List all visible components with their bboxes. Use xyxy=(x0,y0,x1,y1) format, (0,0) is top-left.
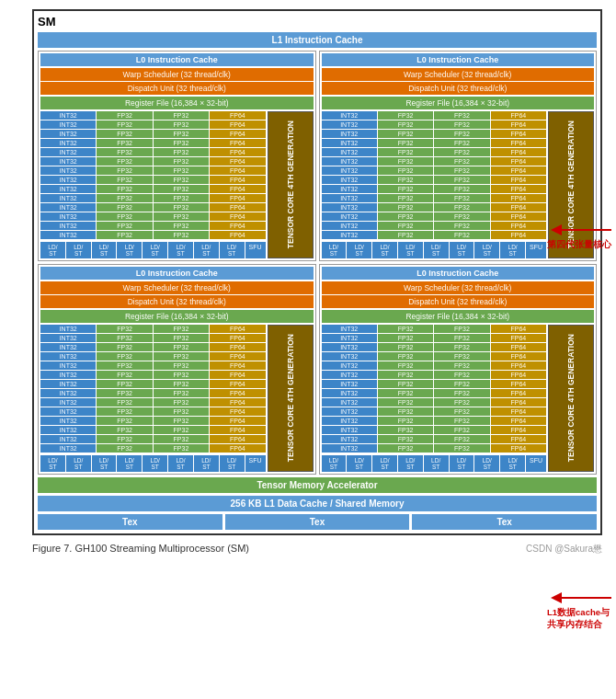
annotation-l1-cache: L1数据cache与 共享内存结合 xyxy=(547,589,616,631)
tex-unit-1: Tex xyxy=(38,514,222,530)
l0-cache-br: L0 Instruction Cache xyxy=(322,267,595,280)
diagram-wrapper: SM L1 Instruction Cache L0 Instruction C… xyxy=(9,9,616,556)
l0-cache-tl: L0 Instruction Cache xyxy=(40,53,314,66)
register-file-tr: Register File (16,384 × 32-bit) xyxy=(322,97,595,109)
compute-area-tl: INT32FP32FP32FP64 INT32FP32FP32FP64 INT3… xyxy=(40,111,314,258)
tensor-core-bl: TENSOR CORE 4TH GENERATION xyxy=(268,325,314,472)
annotation-text-1: 第四代张量核心 xyxy=(547,239,611,251)
int-fp-bl: INT32FP32FP32FP64 INT32FP32FP32FP64 INT3… xyxy=(40,325,266,472)
tensor-memory-accelerator: Tensor Memory Accelerator xyxy=(38,477,597,493)
bottom-row: L0 Instruction Cache Warp Scheduler (32 … xyxy=(38,264,597,475)
dispatch-unit-br: Dispatch Unit (32 thread/clk) xyxy=(322,295,595,308)
figure-caption-text: Figure 7. GH100 Streaming Multiprocessor… xyxy=(32,543,249,556)
l1-instruction-cache: L1 Instruction Cache xyxy=(38,32,597,48)
annotation-text-2b: 共享内存结合 xyxy=(547,619,602,631)
sm-container: SM L1 Instruction Cache L0 Instruction C… xyxy=(32,9,602,535)
quadrant-bottom-right: L0 Instruction Cache Warp Scheduler (32 … xyxy=(319,264,598,475)
arrow-tensor-icon xyxy=(547,221,616,239)
tensor-core-br: TENSOR CORE 4TH GENERATION xyxy=(548,325,594,472)
register-file-tl: Register File (16,384 × 32-bit) xyxy=(40,97,314,109)
dispatch-unit-tl: Dispatch Unit (32 thread/clk) xyxy=(40,82,314,95)
tex-unit-2: Tex xyxy=(225,514,410,530)
compute-area-bl: INT32FP32FP32FP64 INT32FP32FP32FP64 INT3… xyxy=(40,325,314,472)
dispatch-unit-bl: Dispatch Unit (32 thread/clk) xyxy=(40,295,314,308)
figure-caption-row: Figure 7. GH100 Streaming Multiprocessor… xyxy=(32,543,602,556)
l1-data-cache: 256 KB L1 Data Cache / Shared Memory xyxy=(38,496,597,511)
l0-cache-bl: L0 Instruction Cache xyxy=(40,267,314,280)
register-file-br: Register File (16,384 × 32-bit) xyxy=(322,310,595,323)
l0-cache-tr: L0 Instruction Cache xyxy=(322,53,595,66)
int-fp-tr: INT32FP32FP32FP64 INT32FP32FP32FP64 INT3… xyxy=(322,111,547,258)
warp-scheduler-br: Warp Scheduler (32 thread/clk) xyxy=(322,281,595,294)
quadrant-top-left: L0 Instruction Cache Warp Scheduler (32 … xyxy=(38,51,316,261)
warp-scheduler-tr: Warp Scheduler (32 thread/clk) xyxy=(322,68,595,81)
register-file-bl: Register File (16,384 × 32-bit) xyxy=(40,310,314,323)
page: SM L1 Instruction Cache L0 Instruction C… xyxy=(0,0,616,699)
quadrant-bottom-left: L0 Instruction Cache Warp Scheduler (32 … xyxy=(38,264,316,475)
compute-area-br: INT32FP32FP32FP64 INT32FP32FP32FP64 INT3… xyxy=(322,325,595,472)
csdn-label: CSDN @Sakura懋 xyxy=(526,543,602,556)
tensor-core-tl: TENSOR CORE 4TH GENERATION xyxy=(268,111,314,258)
dispatch-unit-tr: Dispatch Unit (32 thread/clk) xyxy=(322,82,595,95)
tex-unit-3: Tex xyxy=(412,514,597,530)
top-row: L0 Instruction Cache Warp Scheduler (32 … xyxy=(38,51,597,261)
int-fp-br: INT32FP32FP32FP64 INT32FP32FP32FP64 INT3… xyxy=(322,325,547,472)
arrow-cache-icon xyxy=(547,589,616,607)
sm-title: SM xyxy=(38,15,597,29)
warp-scheduler-tl: Warp Scheduler (32 thread/clk) xyxy=(40,68,314,81)
annotation-tensor-cores: 第四代张量核心 xyxy=(547,221,616,251)
int-fp-tl: INT32FP32FP32FP64 INT32FP32FP32FP64 INT3… xyxy=(40,111,266,258)
warp-scheduler-bl: Warp Scheduler (32 thread/clk) xyxy=(40,281,314,294)
annotation-text-2a: L1数据cache与 xyxy=(547,607,610,619)
tex-row: Tex Tex Tex xyxy=(38,514,597,530)
